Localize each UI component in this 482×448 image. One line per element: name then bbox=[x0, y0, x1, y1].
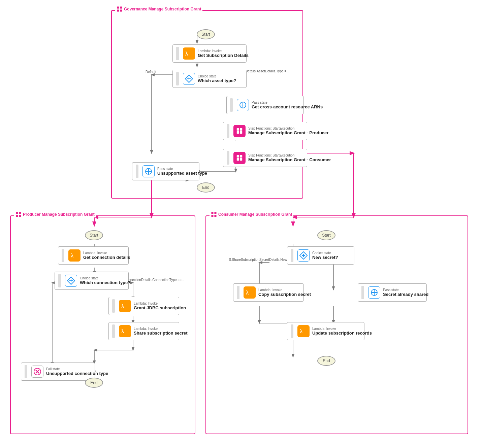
prod-lambda2-handle bbox=[112, 299, 115, 313]
gov-stepfn1-label: Manage Subscription Grant - Producer bbox=[248, 130, 328, 135]
consumer-title: Consumer Manage Subscription Grant bbox=[210, 211, 293, 217]
svg-rect-57 bbox=[237, 131, 239, 134]
cons-lambda1-node[interactable]: λ Lambda: Invoke Copy subscription secre… bbox=[233, 283, 304, 302]
gov-stepfn2-handle bbox=[227, 151, 229, 165]
gov-stepfn1-node[interactable]: Step Functions: StartExecution Manage Su… bbox=[223, 122, 307, 140]
prod-fail1-node[interactable]: Fail state Unsupported connection type bbox=[21, 363, 95, 381]
prod-fail1-icon bbox=[31, 366, 43, 378]
svg-text:λ: λ bbox=[185, 50, 188, 57]
cons-choice1-icon bbox=[297, 249, 310, 262]
prod-lambda3-handle bbox=[112, 324, 115, 338]
svg-rect-62 bbox=[240, 158, 242, 161]
svg-rect-66 bbox=[16, 212, 18, 214]
gov-stepfn2-icon bbox=[233, 152, 246, 164]
governance-title: Governance Manage Subscription Grant bbox=[115, 6, 202, 12]
producer-icon bbox=[15, 211, 22, 217]
svg-rect-56 bbox=[240, 128, 242, 131]
gov-pass1-node[interactable]: Pass state Get cross-account resource AR… bbox=[226, 96, 304, 114]
prod-choice1-type: Choice state bbox=[80, 276, 130, 280]
gov-pass1-type: Pass state bbox=[252, 101, 323, 104]
gov-lambda1-label: Get Subscription Details bbox=[198, 53, 249, 58]
governance-icon bbox=[117, 6, 123, 12]
gov-pass1-handle bbox=[230, 98, 233, 112]
gov-pass2-handle bbox=[136, 165, 138, 178]
cons-choice1-handle bbox=[291, 249, 293, 262]
cons-pass1-label: Secret already shared bbox=[383, 292, 428, 297]
svg-text:λ: λ bbox=[121, 303, 124, 309]
producer-box: Producer Manage Subscription Grant Start… bbox=[10, 215, 195, 434]
prod-choice1-label: Which connection type? bbox=[80, 280, 130, 285]
cons-start-node: Start bbox=[317, 230, 335, 240]
prod-start-oval: Start bbox=[85, 230, 103, 240]
gov-pass2-node[interactable]: Pass state Unsupported asset type bbox=[132, 162, 199, 180]
cons-lambda2-icon: λ bbox=[297, 325, 310, 337]
svg-text:λ: λ bbox=[71, 252, 74, 259]
gov-pass2-label: Unsupported asset type bbox=[157, 171, 207, 176]
prod-lambda3-label: Share subscription secret bbox=[134, 331, 188, 336]
gov-start-node: Start bbox=[197, 29, 215, 39]
svg-rect-61 bbox=[237, 158, 239, 161]
prod-lambda2-node[interactable]: λ Lambda: Invoke Grant JDBC subscription bbox=[108, 297, 179, 315]
prod-choice1-node[interactable]: Choice state Which connection type? bbox=[55, 272, 129, 290]
prod-choice1-icon bbox=[65, 275, 77, 287]
cons-lambda1-label: Copy subscription secret bbox=[258, 292, 311, 297]
canvas: Default $.SubscriptionDetails.AssetDetai… bbox=[0, 0, 482, 448]
cons-end-node: End bbox=[317, 356, 335, 366]
prod-lambda2-icon: λ bbox=[119, 300, 131, 312]
gov-start-oval: Start bbox=[197, 29, 215, 39]
consumer-icon bbox=[211, 211, 217, 217]
producer-title: Producer Manage Subscription Grant bbox=[14, 211, 96, 217]
prod-lambda1-handle bbox=[62, 249, 64, 262]
gov-stepfn2-node[interactable]: Step Functions: StartExecution Manage Su… bbox=[223, 149, 307, 167]
cons-pass1-type: Pass state bbox=[383, 288, 428, 292]
svg-rect-45 bbox=[120, 7, 122, 9]
svg-text:λ: λ bbox=[300, 328, 303, 334]
prod-lambda1-node[interactable]: λ Lambda: Invoke Get connection details bbox=[58, 246, 129, 265]
gov-lambda1-icon: λ bbox=[183, 47, 195, 60]
cons-pass1-node[interactable]: Pass state Secret already shared bbox=[358, 283, 427, 302]
cons-lambda1-type: Lambda: Invoke bbox=[258, 288, 311, 292]
gov-stepfn2-label: Manage Subscription Grant - Consumer bbox=[248, 157, 331, 162]
gov-choice1-node[interactable]: Choice state Which asset type? bbox=[172, 70, 247, 88]
gov-choice1-icon bbox=[183, 73, 195, 85]
svg-rect-79 bbox=[212, 212, 214, 214]
svg-rect-67 bbox=[19, 212, 21, 214]
gov-pass1-icon bbox=[237, 99, 249, 111]
svg-text:λ: λ bbox=[121, 328, 124, 334]
gov-end-node: End bbox=[197, 182, 215, 193]
svg-rect-60 bbox=[240, 155, 242, 158]
prod-fail1-label: Unsupported connection type bbox=[46, 371, 108, 376]
cons-choice1-node[interactable]: Choice state New secret? bbox=[287, 246, 354, 265]
gov-lambda1-node[interactable]: λ Lambda: Invoke Get Subscription Detail… bbox=[172, 44, 247, 63]
prod-choice1-handle bbox=[58, 274, 61, 287]
prod-start-node: Start bbox=[85, 230, 103, 240]
cons-choice1-label: New secret? bbox=[312, 255, 338, 260]
gov-stepfn1-icon bbox=[233, 125, 246, 137]
svg-rect-69 bbox=[19, 215, 21, 217]
prod-end-node: End bbox=[85, 378, 103, 388]
cons-end-oval: End bbox=[317, 356, 335, 366]
svg-rect-55 bbox=[237, 128, 239, 131]
cons-lambda2-handle bbox=[291, 324, 293, 338]
cons-lambda2-node[interactable]: λ Lambda: Invoke Update subscription rec… bbox=[287, 322, 364, 340]
svg-rect-59 bbox=[237, 155, 239, 158]
cons-start-oval: Start bbox=[317, 230, 335, 240]
svg-rect-58 bbox=[240, 131, 242, 134]
svg-rect-82 bbox=[215, 215, 217, 217]
gov-stepfn2-type: Step Functions: StartExecution bbox=[248, 153, 331, 157]
consumer-box: Consumer Manage Subscription Grant Start… bbox=[205, 215, 468, 434]
gov-end-oval: End bbox=[197, 182, 215, 193]
cons-choice1-type: Choice state bbox=[312, 251, 338, 255]
prod-end-oval: End bbox=[85, 378, 103, 388]
prod-lambda3-node[interactable]: λ Lambda: Invoke Share subscription secr… bbox=[108, 322, 179, 340]
cons-pass1-icon bbox=[368, 286, 380, 299]
cons-lambda2-label: Update subscription records bbox=[312, 331, 372, 336]
prod-lambda1-type: Lambda: Invoke bbox=[83, 251, 130, 255]
prod-lambda2-type: Lambda: Invoke bbox=[134, 302, 186, 305]
svg-rect-80 bbox=[215, 212, 217, 214]
gov-pass2-type: Pass state bbox=[157, 167, 207, 171]
svg-rect-81 bbox=[212, 215, 214, 217]
prod-lambda3-icon: λ bbox=[119, 325, 131, 337]
prod-fail1-handle bbox=[25, 365, 27, 378]
gov-choice1-label: Which asset type? bbox=[198, 78, 236, 83]
